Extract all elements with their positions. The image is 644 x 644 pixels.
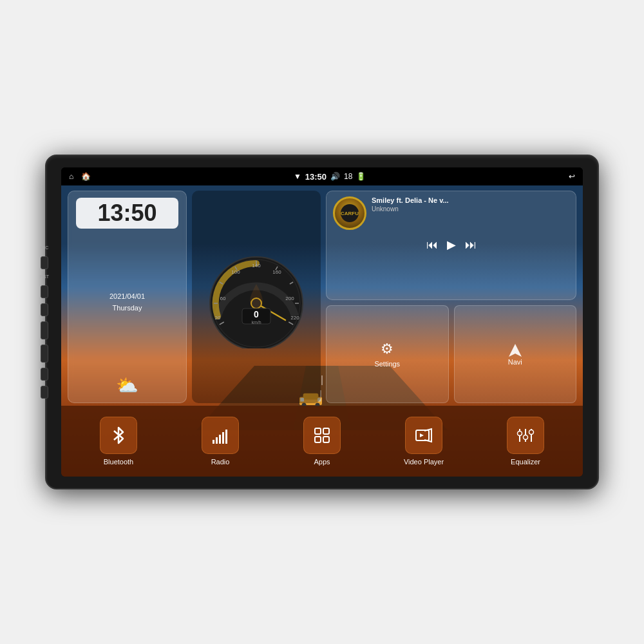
main-content: 13:50 2021/04/01 Thursday ⛅ — [61, 185, 583, 477]
clock-date: 2021/04/01 Thursday — [76, 291, 178, 314]
volume-icon: 🔊 — [330, 172, 340, 181]
equalizer-icon — [516, 426, 535, 445]
vol-up-button[interactable] — [41, 368, 48, 381]
play-button[interactable]: ▶ — [447, 238, 456, 252]
status-bar: ⌂ 🏠 ▼ 13:50 🔊 18 🔋 ↩ — [61, 167, 583, 185]
svg-point-50 — [529, 430, 534, 435]
volume-level: 18 — [344, 172, 352, 181]
rst-label: RST — [40, 274, 49, 279]
video-icon-wrap — [405, 417, 442, 454]
weather-icon: ⛅ — [76, 375, 178, 396]
music-artist: Unknown — [372, 205, 569, 213]
album-logo: CARFU — [341, 211, 359, 216]
music-widget: CARFU Smiley ft. Delia - Ne v... Unknown… — [326, 191, 576, 300]
radio-icon — [211, 426, 230, 445]
bluetooth-label: Bluetooth — [104, 458, 133, 466]
bluetooth-icon-wrap — [100, 417, 137, 454]
next-button[interactable]: ⏭ — [465, 238, 477, 252]
apps-button[interactable]: Apps — [271, 417, 373, 466]
settings-navi-row: ⚙ Settings Navi — [326, 305, 576, 403]
svg-text:140: 140 — [252, 263, 261, 269]
video-player-label: Video Player — [404, 458, 444, 466]
svg-point-48 — [518, 431, 522, 436]
apps-label: Apps — [314, 458, 330, 466]
radio-button[interactable]: Radio — [169, 417, 271, 466]
bottom-bar: Bluetooth Radio — [61, 406, 583, 477]
svg-text:100: 100 — [231, 269, 240, 275]
music-controls: ⏮ ▶ ⏭ — [333, 238, 569, 252]
back-button[interactable] — [41, 345, 48, 363]
mic-button[interactable] — [41, 256, 48, 269]
clock-display: 13:50 — [76, 198, 178, 229]
music-info-row: CARFU Smiley ft. Delia - Ne v... Unknown — [333, 196, 569, 230]
music-title: Smiley ft. Delia - Ne v... — [372, 196, 569, 204]
clock-time: 13:50 — [81, 202, 173, 225]
car-head-unit: MIC RST ⌂ 🏠 ▼ 13:50 🔊 18 🔋 ↩ — [45, 155, 599, 489]
battery-icon: 🔋 — [356, 172, 366, 181]
home-icon[interactable]: ⌂ — [69, 172, 73, 181]
navi-icon — [507, 343, 523, 358]
svg-text:160: 160 — [272, 269, 281, 275]
svg-text:200: 200 — [285, 296, 294, 301]
svg-rect-34 — [213, 440, 214, 444]
clock-widget: 13:50 2021/04/01 Thursday ⛅ — [68, 191, 187, 403]
video-player-button[interactable]: Video Player — [373, 417, 475, 466]
svg-rect-41 — [315, 437, 321, 442]
radio-label: Radio — [211, 458, 230, 466]
vol-down-button[interactable] — [41, 386, 48, 399]
apps-icon — [312, 426, 332, 445]
mic-label: MIC — [41, 245, 49, 250]
svg-point-49 — [524, 435, 528, 440]
status-time: 13:50 — [305, 172, 327, 182]
back-icon[interactable]: ↩ — [569, 172, 575, 181]
house-icon[interactable]: 🏠 — [81, 172, 91, 181]
radio-icon-wrap — [202, 417, 239, 454]
svg-marker-44 — [420, 433, 424, 437]
svg-rect-36 — [219, 435, 221, 444]
wifi-icon: ▼ — [294, 172, 301, 181]
settings-label: Settings — [374, 360, 400, 368]
svg-text:20: 20 — [215, 315, 221, 321]
album-inner: CARFU — [341, 204, 359, 222]
side-buttons: MIC RST — [40, 245, 49, 399]
settings-icon: ⚙ — [381, 341, 393, 357]
navi-label: Navi — [508, 358, 522, 366]
svg-text:0: 0 — [254, 309, 259, 319]
navi-tile[interactable]: Navi — [454, 305, 577, 403]
home-button[interactable] — [41, 321, 48, 339]
bluetooth-icon — [109, 426, 128, 445]
prev-button[interactable]: ⏮ — [426, 238, 438, 252]
top-section: 13:50 2021/04/01 Thursday ⛅ — [61, 185, 583, 406]
svg-text:km/h: km/h — [251, 320, 261, 325]
svg-marker-33 — [509, 344, 522, 357]
svg-text:220: 220 — [290, 315, 299, 321]
music-metadata: Smiley ft. Delia - Ne v... Unknown — [372, 196, 569, 230]
equalizer-button[interactable]: Equalizer — [475, 417, 576, 466]
svg-text:60: 60 — [220, 296, 226, 301]
power-button[interactable] — [41, 303, 48, 316]
right-column: CARFU Smiley ft. Delia - Ne v... Unknown… — [326, 191, 576, 403]
svg-rect-40 — [323, 428, 329, 434]
album-art: CARFU — [333, 196, 366, 230]
equalizer-icon-wrap — [507, 417, 544, 454]
screen: ⌂ 🏠 ▼ 13:50 🔊 18 🔋 ↩ — [61, 167, 583, 477]
speedometer-widget: 20 60 100 140 160 200 220 0 km/h — [192, 191, 321, 403]
rst-button[interactable] — [41, 285, 48, 298]
svg-rect-42 — [323, 437, 329, 442]
bluetooth-button[interactable]: Bluetooth — [68, 417, 169, 466]
svg-rect-38 — [225, 430, 227, 444]
svg-rect-35 — [216, 437, 218, 444]
svg-rect-37 — [222, 432, 224, 444]
video-player-icon — [414, 426, 433, 445]
apps-icon-wrap — [303, 417, 341, 454]
svg-rect-39 — [315, 428, 321, 434]
settings-tile[interactable]: ⚙ Settings — [326, 305, 449, 403]
equalizer-label: Equalizer — [511, 458, 540, 466]
